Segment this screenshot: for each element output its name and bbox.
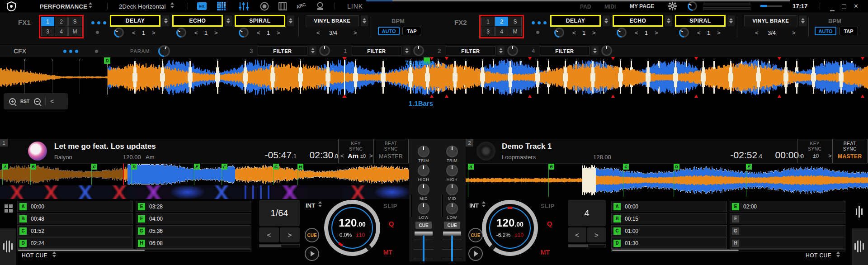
fx2-slot2-selector[interactable]: ECHO xyxy=(613,15,663,27)
deck2-jog-wheel[interactable]: 120.00 -6.2%±10 xyxy=(482,200,538,256)
deck2-master-button[interactable]: MASTER xyxy=(833,154,868,159)
cfx-unit1-knob[interactable] xyxy=(319,45,330,56)
deck2-pad-mode-label[interactable]: HOT CUE xyxy=(806,252,831,259)
fx2-more-button[interactable] xyxy=(532,21,547,24)
window-minimize-button[interactable] xyxy=(830,6,835,13)
collapse-arrow-button[interactable]: < xyxy=(50,98,54,105)
fx2-slot3-knob[interactable] xyxy=(679,28,689,38)
deck1-key-sync-button[interactable]: KEYSYNC < Am ±0 > xyxy=(339,139,373,163)
fx1-slot1-inc[interactable]: > xyxy=(152,29,156,36)
deck1-key-dec[interactable]: < xyxy=(340,152,344,159)
deck2-master-tempo-label[interactable]: MT xyxy=(541,249,550,256)
hot-cue-C[interactable]: C01:52 xyxy=(17,225,133,237)
hot-cue-A[interactable]: A00:00 xyxy=(17,201,133,212)
fx-assign-1[interactable]: 1 xyxy=(481,17,495,26)
deck2-int-mode-label[interactable]: INT xyxy=(469,202,479,209)
deck2-hot-cue-scrollbar[interactable] xyxy=(611,249,845,251)
pad-mode-button[interactable]: PAD xyxy=(580,4,591,10)
ch1-high-knob[interactable] xyxy=(418,165,429,176)
fx-assign-3[interactable]: 3 xyxy=(41,27,54,36)
fx-assign-M[interactable]: M xyxy=(509,27,522,36)
fx1-more-button[interactable] xyxy=(91,21,106,24)
hot-cue-B[interactable]: B00:48 xyxy=(17,213,133,224)
fx1-bpm-auto-button[interactable]: AUTO xyxy=(378,27,400,35)
deck1-master-tempo-label[interactable]: MT xyxy=(383,249,392,256)
deck2-waveform-view-icon[interactable] xyxy=(854,238,864,255)
fx-assign-4[interactable]: 4 xyxy=(495,27,508,36)
fx2-slot1-chevron-icon[interactable] xyxy=(603,15,610,26)
hot-cue-H[interactable]: H xyxy=(730,237,845,249)
fx1-slot3-knob[interactable] xyxy=(239,28,249,38)
deck2-slip-label[interactable]: SLIP xyxy=(541,203,555,209)
master-volume-slider[interactable] xyxy=(760,5,782,7)
video-panel-toggle-icon[interactable] xyxy=(278,1,288,11)
deck1-master-button[interactable]: MASTER xyxy=(374,154,409,159)
deck2-waveform[interactable] xyxy=(0,57,868,98)
deck1-int-mode-label[interactable]: INT xyxy=(306,202,315,209)
fx2-slot1-selector[interactable]: DELAY xyxy=(550,15,601,27)
deck1-jog-wheel[interactable]: 120.00 0.0%±10 xyxy=(324,200,380,256)
fx2-slot2-inc[interactable]: > xyxy=(655,29,658,36)
hot-cue-D[interactable]: D01:30 xyxy=(611,237,727,249)
cfx-param-knob[interactable] xyxy=(158,45,170,57)
midi-mode-button[interactable]: MIDI xyxy=(604,4,616,10)
cfx-unit2-selector[interactable]: FILTER xyxy=(352,46,401,56)
fx2-release-fx-selector[interactable]: VINYL BRAKE xyxy=(744,15,797,26)
cfx-unit3-selector[interactable]: FILTER xyxy=(446,46,495,56)
deck2-key-dec[interactable]: < xyxy=(799,152,803,159)
deck1-pad-mode-chevron-icon[interactable] xyxy=(52,251,56,257)
deck1-pad-mode-label[interactable]: HOT CUE xyxy=(22,252,47,259)
layout-selector[interactable]: 2Deck Horizontal xyxy=(119,3,166,10)
hot-cue-D[interactable]: D02:24 xyxy=(17,237,133,249)
headphone-mix-knob[interactable] xyxy=(688,1,697,11)
fx-assign-4[interactable]: 4 xyxy=(55,27,68,36)
ch1-low-knob[interactable] xyxy=(418,203,429,214)
ch1-mid-knob[interactable] xyxy=(418,184,429,195)
fx2-slot3-selector[interactable]: SPIRAL xyxy=(675,15,726,27)
fx1-beat-dec[interactable]: < xyxy=(316,29,320,36)
link-button[interactable]: LINK xyxy=(347,3,363,10)
deck1-loop-size-display[interactable]: 1/64 xyxy=(259,200,300,226)
deck1-loop-dec-button[interactable]: < xyxy=(259,227,279,242)
fx1-release-fx-selector[interactable]: VINYL BRAKE xyxy=(306,15,359,26)
fx2-release-chevron-icon[interactable] xyxy=(799,15,807,26)
ch2-high-knob[interactable] xyxy=(446,165,458,176)
fx2-slot2-knob[interactable] xyxy=(617,28,627,38)
fx1-slot3-dec[interactable]: < xyxy=(257,29,260,36)
deck1-key-inc[interactable]: > xyxy=(369,152,373,159)
cfx-unit1-chevron-icon[interactable] xyxy=(309,46,316,56)
hot-cue-E[interactable]: E02:00 xyxy=(730,201,845,212)
fx1-slot1-chevron-icon[interactable] xyxy=(162,15,170,26)
cfx-bank4-indicator[interactable] xyxy=(95,50,98,53)
fx-assign-1[interactable]: 1 xyxy=(41,17,54,26)
fx-assign-S[interactable]: S xyxy=(68,17,81,26)
deck2-beat-sync-button[interactable]: BEATSYNC MASTER xyxy=(833,139,868,163)
fx1-slot2-knob[interactable] xyxy=(176,28,186,38)
ch1-trim-knob[interactable] xyxy=(418,146,429,157)
fx2-bpm-tap-button[interactable]: TAP xyxy=(839,27,858,35)
ch1-volume-fader[interactable] xyxy=(414,231,434,261)
ch2-trim-knob[interactable] xyxy=(446,146,458,157)
deck1-overview-waveform[interactable] xyxy=(0,164,409,185)
deck2-beat-jump-display[interactable]: 4 xyxy=(568,200,606,226)
fx-assign-2[interactable]: 2 xyxy=(55,17,68,26)
fx2-beat-inc[interactable]: > xyxy=(792,29,796,36)
fx2-slot3-dec[interactable]: < xyxy=(697,29,701,36)
deck1-waveform-view-icon[interactable] xyxy=(3,238,13,255)
mode-chevron-icon[interactable] xyxy=(89,2,92,8)
cfx-unit1-selector[interactable]: FILTER xyxy=(258,46,307,56)
cfx-unit3-knob[interactable] xyxy=(507,45,518,56)
my-page-button[interactable]: MY PAGE xyxy=(630,3,654,9)
fx1-beat-inc[interactable]: > xyxy=(354,29,357,36)
ch2-mid-knob[interactable] xyxy=(446,184,458,195)
ch1-cue-button[interactable]: CUE xyxy=(415,222,432,229)
hot-cue-H[interactable]: H06:08 xyxy=(136,237,251,249)
fx2-bpm-auto-button[interactable]: AUTO xyxy=(815,27,836,35)
master-volume-handle[interactable] xyxy=(760,5,767,7)
deck1-pad-page-bar[interactable] xyxy=(259,244,300,247)
fx2-slot1-inc[interactable]: > xyxy=(592,29,596,36)
fx-assign-M[interactable]: M xyxy=(68,27,81,36)
lyrics-toggle-icon[interactable]: ABC xyxy=(296,2,307,9)
fx1-slot3-chevron-icon[interactable] xyxy=(287,15,294,26)
fx1-slot1-knob[interactable] xyxy=(114,28,124,38)
